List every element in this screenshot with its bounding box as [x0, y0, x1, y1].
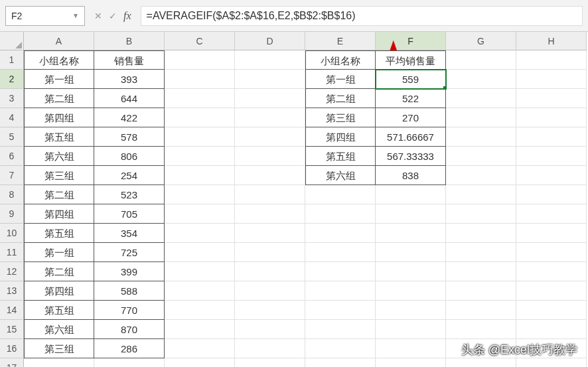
cell-B11[interactable]: 725: [94, 243, 165, 262]
cell-B10[interactable]: 354: [94, 224, 165, 243]
cell-H4[interactable]: [516, 108, 587, 127]
cell-H13[interactable]: [516, 281, 587, 301]
cell-H3[interactable]: [516, 89, 587, 108]
cell-B3[interactable]: 644: [94, 89, 165, 108]
cell-E11[interactable]: [305, 243, 376, 262]
cell-G9[interactable]: [446, 204, 516, 224]
cell-B14[interactable]: 770: [94, 301, 165, 320]
cell-E1[interactable]: 小组名称: [305, 50, 376, 70]
cell-D6[interactable]: [235, 147, 305, 166]
cell-A9[interactable]: 第四组: [24, 204, 94, 224]
cell-E10[interactable]: [305, 224, 376, 243]
cell-H2[interactable]: [516, 70, 587, 89]
row-header-11[interactable]: 11: [0, 243, 24, 262]
cell-D10[interactable]: [235, 224, 305, 243]
cell-G12[interactable]: [446, 262, 516, 281]
cell-H8[interactable]: [516, 185, 587, 204]
row-header-9[interactable]: 9: [0, 204, 24, 224]
column-header-F[interactable]: F: [376, 32, 446, 50]
cell-F5[interactable]: 571.66667: [376, 127, 446, 147]
cell-D9[interactable]: [235, 204, 305, 224]
cell-F15[interactable]: [376, 320, 446, 339]
cell-C13[interactable]: [165, 281, 235, 301]
cell-D3[interactable]: [235, 89, 305, 108]
cell-A11[interactable]: 第一组: [24, 243, 94, 262]
cell-B7[interactable]: 254: [94, 166, 165, 185]
cell-F6[interactable]: 567.33333: [376, 147, 446, 166]
cell-C8[interactable]: [165, 185, 235, 204]
cell-A10[interactable]: 第五组: [24, 224, 94, 243]
row-header-14[interactable]: 14: [0, 301, 24, 320]
cell-H1[interactable]: [516, 50, 587, 70]
cell-G2[interactable]: [446, 70, 516, 89]
cell-A7[interactable]: 第三组: [24, 166, 94, 185]
cell-G4[interactable]: [446, 108, 516, 127]
row-header-5[interactable]: 5: [0, 127, 24, 147]
cell-C1[interactable]: [165, 50, 235, 70]
cell-A12[interactable]: 第二组: [24, 262, 94, 281]
cell-E15[interactable]: [305, 320, 376, 339]
cell-E13[interactable]: [305, 281, 376, 301]
cell-F16[interactable]: [376, 339, 446, 358]
cell-A4[interactable]: 第四组: [24, 108, 94, 127]
cell-A3[interactable]: 第二组: [24, 89, 94, 108]
row-header-13[interactable]: 13: [0, 281, 24, 301]
row-header-8[interactable]: 8: [0, 185, 24, 204]
cell-F12[interactable]: [376, 262, 446, 281]
cell-A6[interactable]: 第六组: [24, 147, 94, 166]
cell-F10[interactable]: [376, 224, 446, 243]
cell-G6[interactable]: [446, 147, 516, 166]
cell-D4[interactable]: [235, 108, 305, 127]
cell-A8[interactable]: 第二组: [24, 185, 94, 204]
cell-F7[interactable]: 838: [376, 166, 446, 185]
column-header-H[interactable]: H: [516, 32, 587, 50]
cell-C9[interactable]: [165, 204, 235, 224]
cells-area[interactable]: 小组名称销售量小组名称平均销售量第一组393第一组559第二组644第二组522…: [24, 50, 587, 367]
cell-B2[interactable]: 393: [94, 70, 165, 89]
cell-B15[interactable]: 870: [94, 320, 165, 339]
cell-A17[interactable]: [24, 358, 94, 367]
column-header-G[interactable]: G: [446, 32, 516, 50]
cell-B6[interactable]: 806: [94, 147, 165, 166]
row-header-6[interactable]: 6: [0, 147, 24, 166]
cell-A5[interactable]: 第五组: [24, 127, 94, 147]
cell-D2[interactable]: [235, 70, 305, 89]
row-header-3[interactable]: 3: [0, 89, 24, 108]
name-box[interactable]: F2 ▼: [5, 6, 85, 26]
cell-F3[interactable]: 522: [376, 89, 446, 108]
cell-A2[interactable]: 第一组: [24, 70, 94, 89]
name-box-dropdown-icon[interactable]: ▼: [72, 12, 79, 19]
cell-H7[interactable]: [516, 166, 587, 185]
formula-input[interactable]: =AVERAGEIF($A$2:$A$16,E2,$B$2:$B$16): [141, 6, 583, 26]
cell-D14[interactable]: [235, 301, 305, 320]
cell-D1[interactable]: [235, 50, 305, 70]
cell-G5[interactable]: [446, 127, 516, 147]
cell-G8[interactable]: [446, 185, 516, 204]
cell-A14[interactable]: 第五组: [24, 301, 94, 320]
cell-B13[interactable]: 588: [94, 281, 165, 301]
cell-E7[interactable]: 第六组: [305, 166, 376, 185]
row-header-16[interactable]: 16: [0, 339, 24, 358]
cell-H15[interactable]: [516, 320, 587, 339]
column-header-B[interactable]: B: [94, 32, 165, 50]
cell-B1[interactable]: 销售量: [94, 50, 165, 70]
cell-C4[interactable]: [165, 108, 235, 127]
row-header-10[interactable]: 10: [0, 224, 24, 243]
cell-B5[interactable]: 578: [94, 127, 165, 147]
cell-F8[interactable]: [376, 185, 446, 204]
cell-C16[interactable]: [165, 339, 235, 358]
cell-D7[interactable]: [235, 166, 305, 185]
cell-F2[interactable]: 559: [376, 70, 446, 89]
cell-G11[interactable]: [446, 243, 516, 262]
cell-C5[interactable]: [165, 127, 235, 147]
cell-E12[interactable]: [305, 262, 376, 281]
cell-A15[interactable]: 第六组: [24, 320, 94, 339]
cell-F1[interactable]: 平均销售量: [376, 50, 446, 70]
cell-C3[interactable]: [165, 89, 235, 108]
row-header-17[interactable]: 17: [0, 358, 24, 367]
cell-B17[interactable]: [94, 358, 165, 367]
cell-H9[interactable]: [516, 204, 587, 224]
fx-icon[interactable]: fx: [123, 10, 131, 22]
cell-B9[interactable]: 705: [94, 204, 165, 224]
row-header-12[interactable]: 12: [0, 262, 24, 281]
